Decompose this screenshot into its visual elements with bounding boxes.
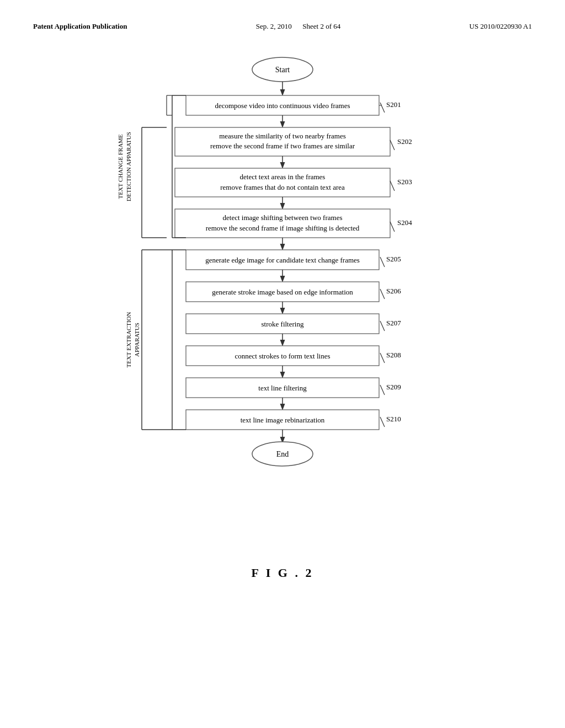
label-s202-line2: remove the second frame if two frames ar… [210, 142, 355, 150]
header-publication-label: Patent Application Publication [33, 22, 127, 31]
step-id-s204: S204 [397, 218, 412, 227]
step-id-s208: S208 [386, 351, 401, 359]
label-s208: connect strokes to form text lines [235, 352, 331, 360]
bracket2-label-line2: APPARATUS [134, 323, 140, 357]
header-sheet: Sheet 2 of 64 [302, 22, 340, 30]
step-id-s210: S210 [386, 415, 401, 423]
diagram-area: Start decompose video into continuous vi… [33, 53, 532, 549]
step-id-s207: S207 [386, 319, 401, 327]
label-s209: text line filtering [258, 384, 307, 392]
header-patent-number: US 2010/0220930 A1 [470, 22, 532, 31]
label-s206: generate stroke image based on edge info… [212, 288, 353, 296]
tick-line-s207 [380, 321, 385, 331]
label-s204-line1: detect image shifting between two frames [223, 213, 343, 222]
tick-line-s201 [380, 103, 385, 113]
page: Patent Application Publication Sep. 2, 2… [0, 0, 565, 728]
tick-line-s206 [380, 289, 385, 299]
header-center-info: Sep. 2, 2010 Sheet 2 of 64 [256, 22, 340, 31]
header-date: Sep. 2, 2010 [256, 22, 292, 30]
label-s210: text line image rebinarization [241, 416, 325, 424]
tick-line-s203 [390, 181, 395, 191]
tick-line-s202 [390, 140, 395, 150]
tick-line-s210 [380, 417, 385, 427]
label-s204-line2: remove the second frame if image shiftin… [206, 224, 360, 232]
end-label: End [276, 450, 289, 458]
label-s203-line1: detect text areas in the frames [240, 173, 326, 181]
start-label: Start [275, 66, 290, 74]
bracket2-label-line1: TEXT EXTRACTION [125, 312, 132, 367]
label-s207: stroke filtering [262, 320, 304, 328]
tick-line-s209 [380, 385, 385, 395]
step-id-s202: S202 [397, 137, 412, 146]
step-id-s209: S209 [386, 383, 401, 391]
label-s203-line2: remove frames that do not contain text a… [220, 183, 345, 191]
step-id-s201: S201 [386, 100, 401, 109]
step-id-s203: S203 [397, 178, 412, 186]
step-id-s206: S206 [386, 287, 401, 295]
figure-label: F I G . 2 [33, 566, 532, 580]
label-s201: decompose video into continuous video fr… [215, 101, 350, 110]
tick-line-s208 [380, 353, 385, 363]
step-id-s205: S205 [386, 255, 401, 263]
bracket1-label-line1: TEXT CHANGE FRAME [117, 134, 124, 199]
tick-line-s205 [380, 257, 385, 267]
page-header: Patent Application Publication Sep. 2, 2… [33, 22, 532, 31]
flowchart-svg: Start decompose video into continuous vi… [56, 53, 509, 549]
tick-line-s204 [390, 222, 395, 232]
bracket1-label-line2: DETECTION APPARATUS [125, 132, 132, 201]
label-s205: generate edge image for candidate text c… [205, 256, 360, 264]
label-s202-line1: measure the similarity of two nearby fra… [219, 132, 346, 140]
